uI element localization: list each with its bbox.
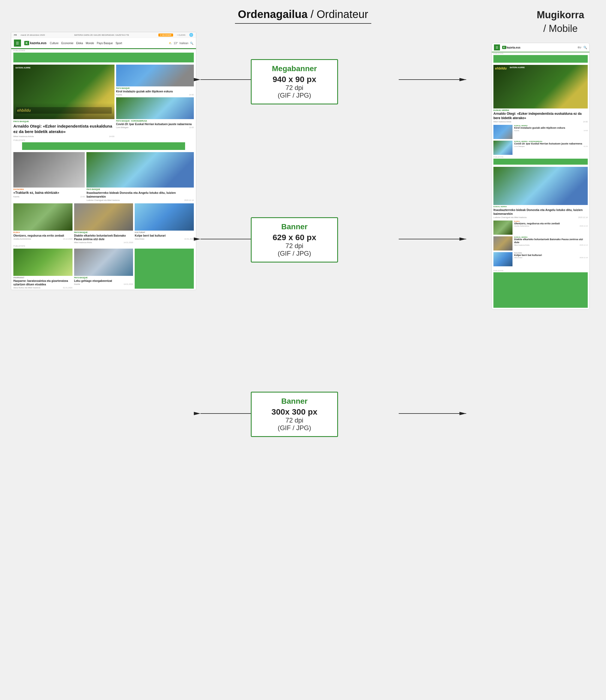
mob-item4-author: Joseba Aurkenerena 2020.12.15 <box>514 225 588 227</box>
article-top-right-2[interactable]: PAYS BASQUE · KORONABIRUSA Covid-19: Ipa… <box>116 97 194 129</box>
weather-icon: ⛅ <box>169 42 172 45</box>
article-top-right-1[interactable]: PAYS BASQUE Kirol instalazio guziak adin… <box>116 65 194 96</box>
mob-item6-auth: Idoia Eraso <box>514 257 522 258</box>
mobile-list-item-1[interactable]: EUSKAL HERRIA Kirol instalazio guziak ad… <box>493 125 588 139</box>
banner2-box: Banner 300x 300 px 72 dpi (GIF / JPG) <box>251 392 338 437</box>
mob-thumb-1 <box>493 125 513 139</box>
flag-label: FR <box>14 34 17 36</box>
mobile-list-item-2[interactable]: EUSKAL HERRIA · KORONABIRUSA Covid-19: I… <box>493 141 588 155</box>
bot-mid-article[interactable]: PAYS BASQUE Diakite elkarteko boluntario… <box>74 203 133 243</box>
btm-title: Leku gehiago etxegabeentzat <box>74 279 133 283</box>
tr1-source-name: Kazeta <box>116 94 122 96</box>
mobile-main-article[interactable]: ehbildu BATERA AURRE EUSKAL HERRIA Arnal… <box>492 64 589 124</box>
mobile-list-item-6[interactable]: KULTURA Kolpe berri bat kulturari Idoia … <box>493 252 588 266</box>
weather-temp: 13° <box>173 42 178 45</box>
logo-container[interactable]: K kazeta.eus <box>24 41 47 45</box>
tr2-time: 13:00 <box>189 126 194 129</box>
search-icon[interactable]: 🔍 <box>190 42 193 45</box>
bot-right-article[interactable]: KULTURAP Kolpe berri bat kulturari Idoia… <box>135 203 194 243</box>
tr2-author-name: Lurre Bidegain <box>116 126 129 129</box>
bm-category: PAYS BASQUE <box>74 231 133 233</box>
main-article-category: PAYS BASQUE <box>13 120 115 123</box>
mob-img-3 <box>493 167 588 205</box>
title-rest: / Ordinateur <box>307 8 368 20</box>
subscribe-btn[interactable]: S'ABONNER <box>158 33 173 37</box>
bot-left-article[interactable]: ELEKA Olentzero, neguburua eta errito ze… <box>13 203 72 243</box>
btm-mid-article[interactable]: PAYS BASQUE Leku gehiago etxegabeentzat … <box>74 249 133 289</box>
mob-item3-author: Ludivine Charniguet eta Mikel Irastorza … <box>493 216 588 218</box>
mob-item4-auth: Joseba Aurkenerena <box>514 225 529 227</box>
mob-item3-title: Itsasbazterreko bideak Donostia eta Ange… <box>493 208 588 216</box>
btm-category: PAYS BASQUE <box>74 277 133 279</box>
mob-item5-auth: Mikel Irastorza Artola <box>514 244 529 246</box>
megabanner-box: Megabanner 940 x 90 px 72 dpi (GIF / JPG… <box>251 59 338 104</box>
arrows-svg <box>196 32 491 550</box>
mob-item2-time: 01:20 <box>584 145 588 147</box>
nav-eleka[interactable]: Eleka <box>76 42 83 45</box>
nav-pays-basque[interactable]: Pays Basque <box>97 42 113 45</box>
nav-monde[interactable]: Monde <box>86 42 94 45</box>
mob-main-cat: EUSKAL HERRIA <box>493 109 588 111</box>
mob-item6-text: KULTURA Kolpe berri bat kulturari Idoia … <box>514 252 588 266</box>
mid-left-article[interactable]: EKONOMIA «Traktarik ez, baina ekintzak» … <box>13 152 85 201</box>
title-strong: Ordenagailua <box>238 8 308 20</box>
btl-title: Hazparne: baratzezaintza eta gizarteratz… <box>13 279 72 286</box>
main-article-author: Mikel Irastorza Artola 14:00 <box>13 135 115 138</box>
mob-thumb-5 <box>493 236 513 251</box>
mobile-lang[interactable]: EU <box>578 46 581 49</box>
main-article[interactable]: ehbildu BATERA AURRE PAYS BASQUE Arnaldo… <box>13 65 115 138</box>
globe-icon: 🌐 <box>189 33 193 37</box>
bm-author: Mikel Irastorza Artola 14.01.2020 <box>74 241 133 243</box>
br-img <box>135 203 194 231</box>
tr2-img <box>116 97 194 119</box>
tr1-source: Kazeta 14:00 <box>116 94 194 96</box>
mobile-article-list: EUSKAL HERRIA Kirol instalazio guziak ad… <box>492 124 589 156</box>
mobile-hamburger[interactable]: ☰ <box>494 44 500 50</box>
main-layout: FR mardi 15 décembre 2020 BATERA GARA ZE… <box>0 32 606 550</box>
hamburger-btn[interactable]: ☰ <box>14 40 21 47</box>
page-title: Ordenagailua / Ordinateur <box>0 0 606 23</box>
mob-item3-time: 2020.12.14 <box>578 216 588 218</box>
mobile-banner-2 <box>493 272 588 308</box>
pub-label-mid: PUBLIZITATE <box>11 139 196 142</box>
weather-label: Irailean <box>179 42 188 45</box>
mob-item2-author: Lurre Bidegain 01:20 <box>514 145 588 147</box>
mob-main-author-name: Mikel Irastorza Artola <box>493 121 511 123</box>
mobile-list-item-3[interactable]: EUSKAL HERRIA Itsasbazterreko bideak Don… <box>492 166 589 219</box>
nav-links: Culture Economie Eleka Monde Pays Basque… <box>50 42 165 45</box>
mob-item1-source: Kazeta 14:00 <box>514 130 588 132</box>
banner-ad-2-spot <box>135 249 194 289</box>
btm-section: IPARRARAT Hazparne: baratzezaintza eta g… <box>11 248 196 290</box>
nav-sport[interactable]: Sport <box>116 42 122 45</box>
pub-label-bot: PUBLIZITATE <box>11 244 196 248</box>
tr2-author: Lurre Bidegain 13:00 <box>116 126 194 129</box>
mob-thumb-2 <box>493 141 513 155</box>
mobile-navbar: ☰ K kazeta.eus EU 🔍 <box>492 43 589 52</box>
bm-img <box>74 203 133 231</box>
mobile-logo[interactable]: K kazeta.eus <box>502 46 576 49</box>
mobile-search-icon[interactable]: 🔍 <box>583 46 587 49</box>
mid-right-article[interactable]: PAYS BASQUE Itsasbazterreko bideak Donos… <box>87 152 194 201</box>
logo-box: K <box>24 41 29 45</box>
mobile-list-item-5[interactable]: EUSKAL HERRIA Diakite elkarteko boluntar… <box>493 236 588 251</box>
btm-left-article[interactable]: IPARRARAT Hazparne: baratzezaintza eta g… <box>13 249 72 289</box>
megabanner-annotation: Megabanner 940 x 90 px 72 dpi (GIF / JPG… <box>251 59 338 104</box>
mob-item5-author: Mikel Irastorza Artola 2020.12.14 <box>514 244 588 246</box>
nav-culture[interactable]: Culture <box>50 42 59 45</box>
btl-author-name: Alicia Muñoz eta Mikel Irastorza <box>13 287 40 289</box>
mobile-pub-label: PUBLIZITATE <box>492 52 589 54</box>
nav-economie[interactable]: Economie <box>61 42 73 45</box>
mob-item4-time: 2020.12.15 <box>580 225 588 227</box>
btm-img <box>74 249 133 276</box>
mid-articles: EKONOMIA «Traktarik ez, baina ekintzak» … <box>11 151 196 202</box>
mob-item1-src: Kazeta <box>514 130 519 132</box>
ml-title: «Traktarik ez, baina ekintzak» <box>13 191 85 195</box>
banner1-format: (GIF / JPG) <box>258 250 331 257</box>
br-title: Kolpe berri bat kulturari <box>135 234 194 237</box>
mr-author: Ludivine Charniguet eta Mikel Irastorza … <box>87 199 194 201</box>
mobile-list-rest: ELEKA Olentzero, neguburua eta errito ze… <box>492 219 589 267</box>
banner2-size: 300x 300 px <box>258 407 331 417</box>
mobile-list-item-4[interactable]: ELEKA Olentzero, neguburua eta errito ze… <box>493 220 588 235</box>
ml-source-name: Kazeta <box>13 196 19 197</box>
banner1-annotation: Banner 629 x 60 px 72 dpi (GIF / JPG) <box>251 217 338 262</box>
